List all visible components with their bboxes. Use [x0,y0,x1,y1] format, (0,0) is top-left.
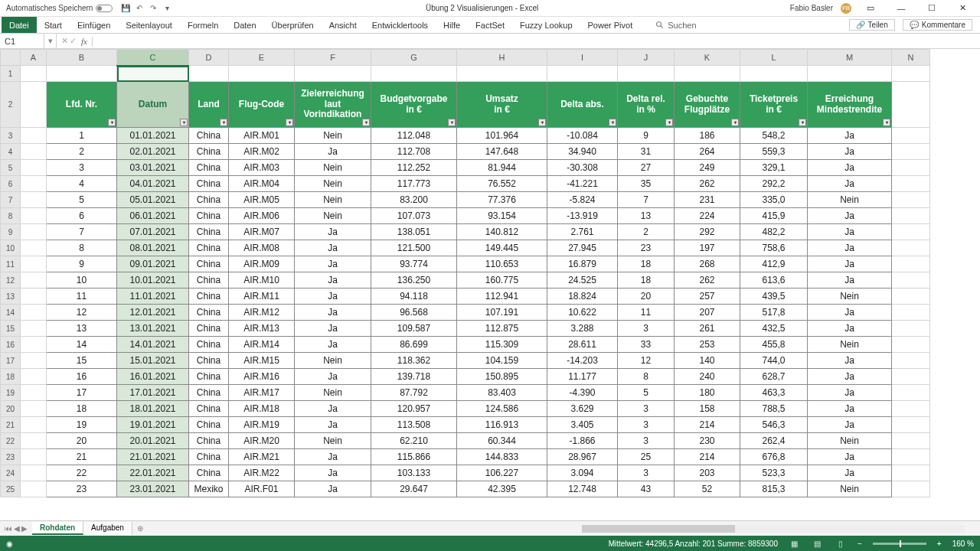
table-cell[interactable]: AIR.M09 [229,256,295,272]
table-header[interactable]: ZielerreichunglautVorindikation▾ [295,82,371,128]
search-box[interactable]: Suchen [655,21,696,30]
table-cell[interactable]: 224 [675,208,740,224]
cell-I1[interactable] [547,66,618,82]
table-cell[interactable]: 34.940 [547,144,618,160]
table-cell[interactable]: 113.508 [371,417,457,433]
zoom-out-icon[interactable]: − [858,540,862,548]
table-cell[interactable]: AIR.M13 [229,321,295,337]
table-header[interactable]: Lfd. Nr.▾ [47,82,117,128]
table-cell[interactable]: Nein [295,385,371,401]
table-cell[interactable]: 613,6 [740,272,808,289]
filter-dropdown-icon[interactable]: ▾ [220,119,227,126]
table-cell[interactable]: 12.748 [547,481,618,497]
row-header-17[interactable]: 17 [1,353,21,369]
table-cell[interactable]: 197 [675,240,740,256]
table-cell[interactable]: 101.964 [457,128,547,144]
table-cell[interactable]: 76.552 [457,176,547,192]
table-cell[interactable]: Ja [808,369,892,385]
table-cell[interactable]: 8 [618,369,675,385]
table-cell[interactable]: -10.084 [547,128,618,144]
table-header[interactable]: Delta rel.in %▾ [618,82,675,128]
col-header-N[interactable]: N [892,50,930,66]
table-cell[interactable]: 249 [675,160,740,176]
cell-F1[interactable] [295,66,371,82]
cell-B1[interactable] [47,66,117,82]
table-cell[interactable]: 150.895 [457,369,547,385]
table-cell[interactable]: Nein [808,289,892,305]
table-cell[interactable]: 12 [47,305,117,321]
table-cell[interactable]: 3 [618,321,675,337]
row-header-20[interactable]: 20 [1,401,21,417]
table-cell[interactable]: China [189,337,229,353]
table-cell[interactable]: Ja [808,176,892,192]
table-cell[interactable]: 15.01.2021 [117,353,189,369]
table-cell[interactable]: AIR.M04 [229,176,295,192]
table-cell[interactable]: AIR.M12 [229,305,295,321]
table-cell[interactable]: Nein [295,353,371,369]
table-cell[interactable]: China [189,224,229,240]
table-cell[interactable]: 415,9 [740,208,808,224]
table-cell[interactable]: -1.866 [547,433,618,449]
table-cell[interactable]: 231 [675,192,740,208]
table-cell[interactable]: 149.445 [457,240,547,256]
table-cell[interactable]: 87.792 [371,385,457,401]
table-cell[interactable]: Ja [808,321,892,337]
redo-icon[interactable]: ↷ [146,4,160,12]
table-cell[interactable]: China [189,192,229,208]
table-cell[interactable]: 13 [618,208,675,224]
close-icon[interactable]: ✕ [951,3,974,13]
table-header[interactable]: Land▾ [189,82,229,128]
view-page-break-icon[interactable]: ▯ [835,540,847,548]
table-cell[interactable]: China [189,417,229,433]
table-cell[interactable]: AIR.F01 [229,481,295,497]
cell-H1[interactable] [457,66,547,82]
row-header-16[interactable]: 16 [1,337,21,353]
table-cell[interactable]: 10 [47,272,117,289]
zoom-level[interactable]: 160 % [952,540,974,548]
col-header-C[interactable]: C [117,50,189,66]
table-cell[interactable]: 10.01.2021 [117,272,189,289]
table-cell[interactable]: 180 [675,385,740,401]
fx-icon[interactable]: fx [81,37,93,46]
table-cell[interactable]: AIR.M16 [229,369,295,385]
table-cell[interactable]: 262 [675,272,740,289]
table-cell[interactable]: 758,6 [740,240,808,256]
table-cell[interactable]: 94.118 [371,289,457,305]
row-header-14[interactable]: 14 [1,305,21,321]
comments-button[interactable]: 💬 Kommentare [903,19,972,31]
row-header-15[interactable]: 15 [1,321,21,337]
table-cell[interactable]: AIR.M14 [229,337,295,353]
table-cell[interactable]: 52 [675,481,740,497]
filter-dropdown-icon[interactable]: ▾ [609,119,616,126]
table-cell[interactable]: 1 [47,128,117,144]
col-header-J[interactable]: J [618,50,675,66]
row-header-2[interactable]: 2 [1,82,21,128]
table-cell[interactable]: 147.648 [457,144,547,160]
table-cell[interactable]: 116.913 [457,417,547,433]
table-cell[interactable]: 09.01.2021 [117,256,189,272]
cell-M1[interactable] [808,66,892,82]
table-cell[interactable]: 14.01.2021 [117,337,189,353]
table-cell[interactable]: 21.01.2021 [117,449,189,465]
table-cell[interactable]: 329,1 [740,160,808,176]
row-header-11[interactable]: 11 [1,256,21,272]
save-icon[interactable]: 💾 [119,4,132,12]
table-cell[interactable]: Ja [808,224,892,240]
table-cell[interactable]: China [189,449,229,465]
add-sheet-button[interactable]: ⊕ [132,524,148,533]
row-header-10[interactable]: 10 [1,240,21,256]
table-cell[interactable]: 11.177 [547,369,618,385]
filter-dropdown-icon[interactable]: ▾ [538,119,546,126]
zoom-in-icon[interactable]: + [937,540,942,548]
table-cell[interactable]: 9 [618,128,675,144]
table-cell[interactable]: 28.611 [547,337,618,353]
table-cell[interactable]: Ja [295,321,371,337]
table-cell[interactable]: 3.288 [547,321,618,337]
table-cell[interactable]: 3 [618,433,675,449]
table-cell[interactable]: 2 [47,144,117,160]
table-cell[interactable]: AIR.M21 [229,449,295,465]
row-header-19[interactable]: 19 [1,385,21,401]
table-cell[interactable]: 2 [618,224,675,240]
table-cell[interactable]: 17 [47,385,117,401]
table-cell[interactable]: 20.01.2021 [117,433,189,449]
